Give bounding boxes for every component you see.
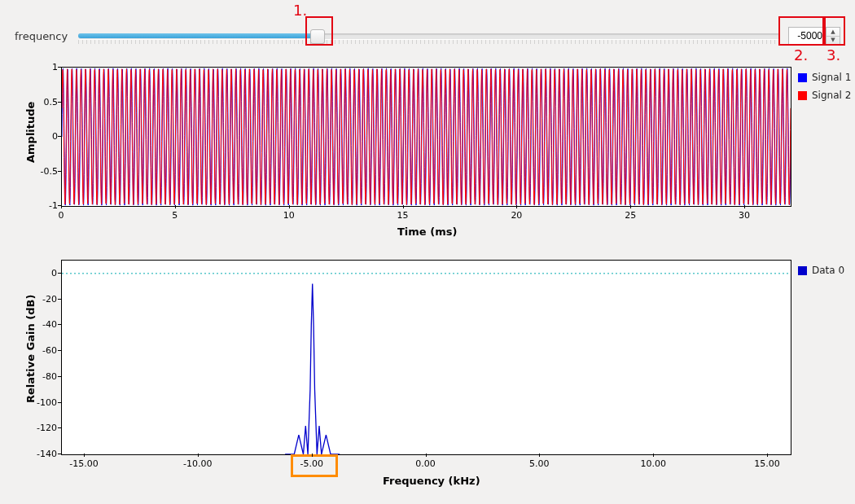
xtick: -5.00 [300, 458, 322, 469]
xtick: 20 [511, 210, 522, 221]
freq-legend: Data 0 [798, 265, 844, 283]
xtick: -10.00 [183, 458, 212, 469]
ytick: 0.5 [37, 96, 58, 107]
time-domain-plot-area [62, 68, 791, 206]
legend-swatch [798, 91, 807, 100]
time-xlabel: Time (ms) [397, 226, 457, 238]
frequency-input[interactable] [788, 27, 826, 45]
xtick: 15.00 [754, 458, 780, 469]
xtick: -15.00 [69, 458, 98, 469]
spin-down-button[interactable]: ▼ [826, 37, 840, 45]
frequency-control-row: frequency ▲ ▼ [15, 23, 840, 49]
legend-label: Signal 1 [812, 72, 851, 83]
freq-xlabel: Frequency (kHz) [383, 475, 480, 487]
ytick: 0 [37, 131, 58, 142]
slider-ticks [78, 40, 780, 44]
legend-label: Signal 2 [812, 90, 851, 101]
freq-domain-plot-area [62, 261, 791, 454]
annotation-label-3: 3. [826, 46, 840, 64]
annotation-label-2: 2. [794, 46, 808, 64]
frequency-label: frequency [15, 30, 70, 42]
time-ylabel: Amplitude [24, 102, 37, 163]
ytick: 0 [33, 267, 57, 278]
spin-up-button[interactable]: ▲ [826, 28, 840, 37]
legend-swatch [798, 73, 807, 82]
xtick: 0.00 [415, 458, 436, 469]
slider-thumb[interactable] [310, 29, 325, 44]
frequency-spinbox: ▲ ▼ [788, 27, 840, 45]
xtick: 5 [172, 210, 178, 221]
ytick: -120 [33, 423, 57, 433]
page-root: frequency ▲ ▼ 1. 2. 3. -1-0.500.51 05101… [0, 0, 855, 504]
xtick: 5.00 [529, 458, 550, 469]
ytick: -140 [33, 449, 57, 459]
freq-ylabel: Relative Gain (dB) [24, 295, 37, 403]
freq-domain-chart [61, 260, 791, 455]
xtick: 30 [739, 210, 750, 221]
slider-fill [78, 33, 317, 38]
ytick: -0.5 [37, 165, 58, 176]
frequency-stepper: ▲ ▼ [826, 27, 840, 45]
time-domain-chart [61, 67, 791, 207]
annotation-label-1: 1. [293, 2, 307, 19]
ytick: -1 [37, 200, 58, 211]
legend-item-signal1: Signal 1 [798, 72, 851, 83]
time-legend: Signal 1 Signal 2 [798, 72, 851, 107]
legend-item-signal2: Signal 2 [798, 90, 851, 101]
frequency-slider[interactable] [78, 28, 780, 44]
xtick: 15 [397, 210, 409, 221]
xtick: 25 [625, 210, 636, 221]
xtick: 10.00 [640, 458, 666, 469]
xtick: 10 [283, 210, 295, 221]
legend-swatch [798, 266, 807, 275]
ytick: 1 [37, 62, 58, 72]
xtick: 0 [59, 210, 64, 221]
legend-item-data0: Data 0 [798, 265, 844, 276]
legend-label: Data 0 [812, 265, 844, 276]
